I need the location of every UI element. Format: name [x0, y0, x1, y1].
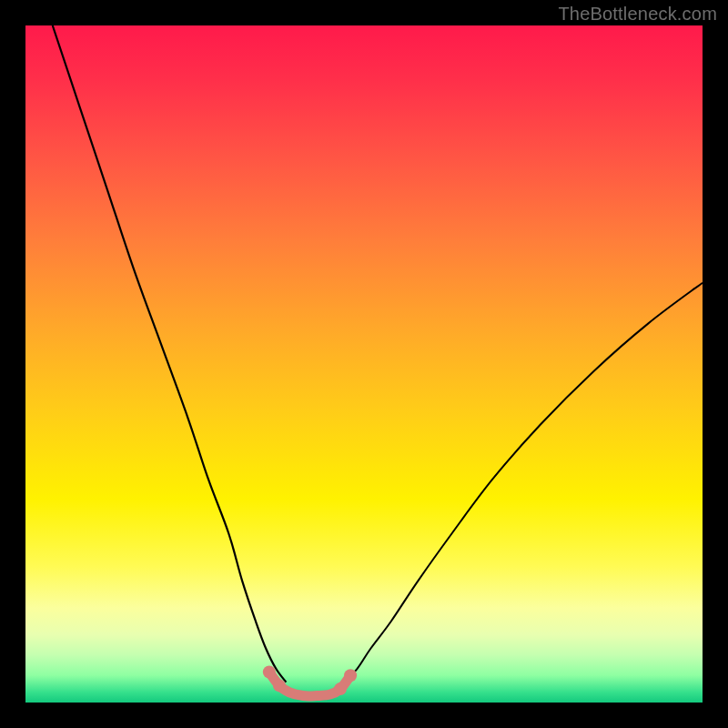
watermark-text: TheBottleneck.com [558, 4, 717, 25]
accent-marker [263, 666, 276, 679]
accent-marker [273, 679, 286, 692]
right-curve [344, 283, 703, 682]
curve-overlay [25, 25, 703, 703]
accent-marker [344, 669, 357, 682]
chart-frame: TheBottleneck.com [0, 0, 728, 728]
accent-marker [334, 682, 347, 695]
left-curve [53, 25, 287, 682]
plot-area [25, 25, 703, 703]
